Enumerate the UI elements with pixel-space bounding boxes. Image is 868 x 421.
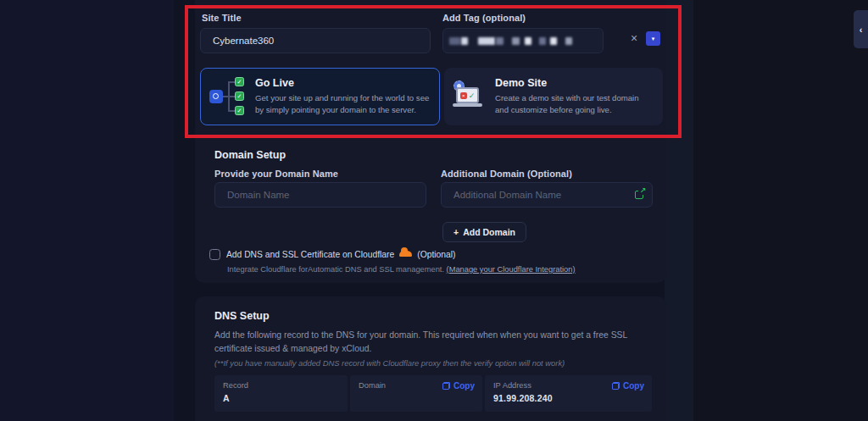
demo-laptop-icon: × ✓ [453, 81, 487, 112]
go-live-description: Get your site up and running for the wor… [255, 92, 435, 116]
primary-domain-label: Provide your Domain Name [214, 169, 338, 179]
dns-ip-cell: IP Address 91.99.208.240 Copy [485, 375, 652, 412]
sidebar-collapse-toggle[interactable]: ‹ [854, 10, 868, 48]
option-card-demo-site[interactable]: × ✓ Demo Site Create a demo site with ou… [444, 68, 663, 125]
dns-setup-description: Add the following record to the DNS for … [214, 329, 654, 356]
dns-setup-heading: DNS Setup [214, 310, 270, 322]
site-setup-panel: Site Title Add Tag (optional) × ▼ ✓ ✓ ✓ … [195, 0, 666, 283]
content-gutter [665, 0, 693, 421]
copy-domain-button[interactable]: Copy [442, 381, 475, 391]
cloudflare-checkbox-label: Add DNS and SSL Certificate on Cloudflar… [226, 250, 455, 259]
additional-domain-label: Additional Domain (Optional) [441, 169, 572, 179]
dns-record-table: Record A Domain Copy IP Address 91.99.20… [214, 375, 652, 412]
chevron-down-icon: ▼ [651, 36, 656, 42]
add-domain-button[interactable]: + Add Domain [442, 222, 526, 242]
tag-select-field[interactable] [442, 28, 604, 53]
demo-site-description: Create a demo site with our test domain … [495, 92, 646, 116]
cloudflare-integration-link[interactable]: (Manage your Cloudflare Integration) [447, 265, 576, 274]
additional-domain-input[interactable] [441, 182, 653, 208]
right-background [693, 0, 868, 421]
cloudflare-help-text: Integrate Cloudflare forAutomatic DNS an… [227, 265, 576, 274]
tag-clear-icon[interactable]: × [631, 32, 637, 44]
cloudflare-icon [399, 251, 412, 257]
plus-icon: + [453, 227, 459, 237]
copy-icon [612, 382, 620, 390]
primary-domain-input[interactable] [214, 182, 426, 208]
site-title-label: Site Title [202, 13, 242, 23]
deploy-pipeline-icon: ✓ ✓ ✓ [209, 75, 247, 118]
go-live-title: Go Live [255, 77, 435, 89]
option-card-go-live[interactable]: ✓ ✓ ✓ Go Live Get your site up and runni… [200, 68, 440, 125]
tag-dropdown-button[interactable]: ▼ [646, 31, 660, 46]
dns-domain-cell: Domain Copy [350, 375, 482, 412]
domain-setup-heading: Domain Setup [214, 149, 286, 161]
add-tag-label: Add Tag (optional) [442, 13, 526, 23]
demo-site-title: Demo Site [495, 77, 646, 89]
dns-setup-note: (**If you have manually added DNS record… [214, 358, 565, 368]
site-title-input[interactable] [200, 28, 431, 53]
dns-setup-panel: DNS Setup Add the following record to th… [195, 296, 666, 421]
external-link-icon[interactable]: ↗ [635, 190, 644, 199]
copy-ip-button[interactable]: Copy [612, 381, 644, 391]
chevron-left-icon: ‹ [860, 25, 863, 35]
dns-record-type-cell: Record A [214, 375, 348, 412]
redacted-tags [449, 37, 572, 45]
copy-icon [442, 382, 450, 390]
cloudflare-checkbox[interactable] [209, 249, 220, 260]
